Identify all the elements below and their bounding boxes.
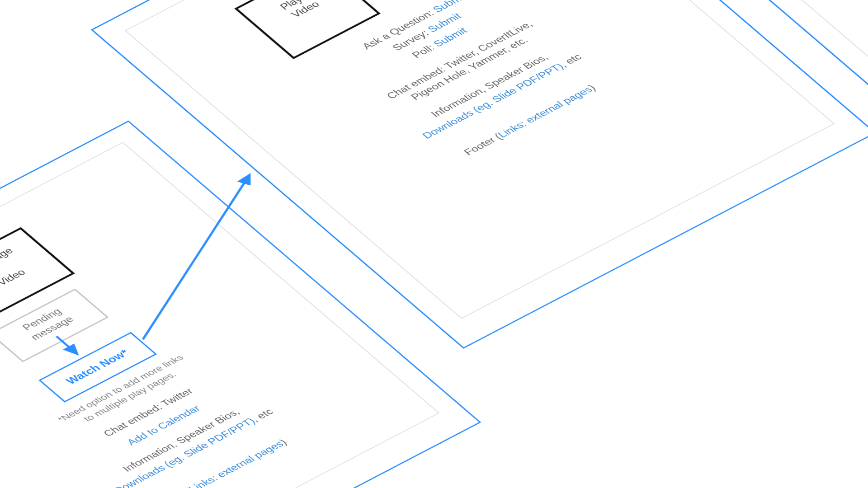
lobby-media: Holding Image or Intro Video	[0, 227, 75, 329]
watch-now-button[interactable]: Watch Now*	[38, 332, 157, 403]
lobby-downloads-link[interactable]: Downloads (eg. Slide PDF/PPT)	[111, 416, 257, 488]
lobby-pending-message: Pending message	[0, 289, 108, 362]
play-a-footer-pre: Footer (	[462, 132, 504, 157]
lobby-footer-link[interactable]: Links: external pages	[186, 439, 286, 488]
lobby-header: Header (Brand)	[0, 147, 138, 343]
play-page-a-card: Header (Brand) Player Video Slides In sy…	[91, 0, 868, 349]
lobby-note: *Need option to add more links to multip…	[0, 321, 257, 465]
lobby-chat-embed: Chat embed: Twitter	[0, 314, 333, 488]
watch-now-label: Watch Now*	[64, 348, 131, 386]
lobby-footer-post: )	[278, 437, 289, 446]
play-a-downloads: Downloads (eg. Slide PDF/PPT), etc	[311, 0, 693, 198]
lobby-add-to-calendar[interactable]: Add to Calendar	[0, 327, 348, 488]
lobby-footer: Footer (Links: external pages)	[37, 376, 406, 488]
lobby-downloads: Downloads (eg. Slide PDF/PPT), etc	[9, 353, 378, 488]
lobby-info-line: Information, Speaker Bios,	[0, 342, 366, 488]
lobby-downloads-post: , etc	[249, 407, 275, 423]
